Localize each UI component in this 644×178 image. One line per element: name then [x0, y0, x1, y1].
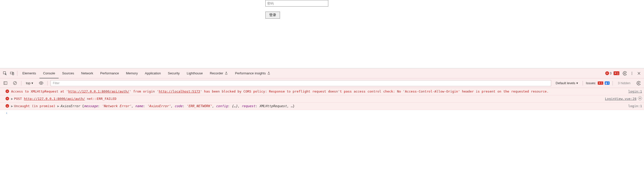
error-square-icon: ✕ 1	[614, 71, 619, 75]
console-settings-icon[interactable]	[635, 80, 642, 86]
divider	[613, 81, 613, 85]
svg-point-5	[632, 73, 632, 73]
device-toolbar-icon[interactable]	[9, 70, 16, 77]
console-error-row[interactable]: ✕ ▶POST http://127.0.0.1:8000/api/auth/ …	[0, 95, 644, 103]
error-count-badge[interactable]: ✕ 3	[605, 71, 612, 75]
console-toolbar: top ▾ Default levels ▾ Issues: ✕ 1 ▮ 4 3…	[0, 78, 644, 88]
tab-application[interactable]: Application	[141, 68, 165, 78]
svg-rect-7	[4, 82, 7, 84]
chevron-down-icon: ▾	[576, 81, 578, 85]
source-link[interactable]: login:1	[628, 104, 642, 109]
svg-point-3	[624, 73, 626, 74]
error-message-body: ▶POST http://127.0.0.1:8000/api/auth/ ne…	[6, 96, 602, 101]
levels-label: Default levels	[556, 81, 575, 85]
error-message-body: Access to XMLHttpRequest at 'http://127.…	[6, 89, 625, 94]
close-icon[interactable]	[635, 70, 642, 77]
flask-icon	[225, 72, 228, 75]
divider	[47, 81, 48, 85]
devtools-tabbar: Elements Console Sources Network Perform…	[0, 68, 644, 78]
context-value: top	[26, 81, 30, 85]
issues-label: Issues:	[586, 81, 596, 85]
error-message-body: ▶Uncaught (in promise) ▶AxiosError {mess…	[6, 104, 625, 109]
console-prompt[interactable]: ›	[0, 110, 644, 116]
log-levels-selector[interactable]: Default levels ▾	[554, 81, 580, 85]
flask-icon	[267, 72, 270, 75]
password-field[interactable]	[265, 0, 328, 7]
console-error-row[interactable]: ✕ ▶Uncaught (in promise) ▶AxiosError {me…	[0, 103, 644, 110]
source-link[interactable]: LoginView.vue:28	[605, 96, 636, 101]
live-expression-icon[interactable]	[38, 80, 44, 86]
issues-group[interactable]: Issues: ✕ 1 ▮ 4	[586, 81, 610, 85]
tab-lighthouse[interactable]: Lighthouse	[183, 68, 206, 78]
svg-line-10	[14, 82, 16, 84]
toggle-sidebar-icon[interactable]	[2, 80, 9, 86]
svg-point-11	[41, 82, 42, 84]
url-link[interactable]: http://127.0.0.1:8000/api/auth/	[68, 90, 129, 93]
devtools-panel: Elements Console Sources Network Perform…	[0, 68, 644, 116]
clear-console-icon[interactable]	[12, 80, 18, 86]
svg-point-12	[638, 82, 639, 84]
svg-point-6	[632, 74, 632, 75]
tab-recorder[interactable]: Recorder	[206, 68, 231, 78]
tab-perf-insights-label: Performance insights	[235, 71, 266, 75]
hidden-count[interactable]: 3 hidden	[618, 81, 630, 85]
tab-console[interactable]: Console	[39, 69, 59, 78]
console-error-row[interactable]: ✕ Access to XMLHttpRequest at 'http://12…	[0, 88, 644, 95]
tab-performance-insights[interactable]: Performance insights	[231, 68, 274, 78]
error-icon: ✕	[605, 71, 609, 75]
error-icon: ✕	[6, 90, 9, 93]
divider	[21, 81, 21, 85]
issues-info-badge: ▮ 4	[605, 81, 610, 85]
error-count: 3	[610, 71, 612, 75]
url-link[interactable]: http://localhost:5173	[159, 90, 200, 93]
tab-memory[interactable]: Memory	[123, 68, 141, 78]
login-button[interactable]: 登录	[265, 12, 280, 19]
issues-error-badge: ✕ 1	[598, 81, 603, 85]
console-messages: ✕ Access to XMLHttpRequest at 'http://12…	[0, 88, 644, 116]
tab-elements[interactable]: Elements	[19, 68, 39, 78]
more-icon[interactable]	[628, 70, 635, 77]
tab-recorder-label: Recorder	[210, 71, 223, 75]
chevron-down-icon: ▾	[31, 81, 33, 85]
context-selector[interactable]: top ▾	[24, 81, 35, 85]
expand-icon[interactable]: ▶	[11, 104, 13, 108]
tab-sources[interactable]: Sources	[59, 68, 78, 78]
webpage-viewport: 登录	[0, 0, 644, 68]
divider	[583, 81, 583, 85]
external-icon[interactable]: ⊕	[638, 96, 642, 100]
url-link[interactable]: http://127.0.0.1:8000/api/auth/	[24, 97, 85, 101]
filter-input[interactable]	[51, 80, 551, 86]
inspect-element-icon[interactable]	[2, 70, 9, 77]
svg-point-4	[632, 72, 632, 72]
tab-performance[interactable]: Performance	[97, 68, 122, 78]
expand-icon[interactable]: ▶	[11, 97, 13, 101]
login-form: 登录	[265, 0, 328, 19]
error-square-badge[interactable]: ✕ 1	[614, 71, 619, 75]
expand-icon[interactable]: ▶	[57, 104, 59, 108]
divider	[17, 71, 17, 76]
settings-icon[interactable]	[621, 70, 628, 77]
source-link[interactable]: login:1	[628, 89, 642, 94]
tab-network[interactable]: Network	[78, 68, 97, 78]
tab-security[interactable]: Security	[164, 68, 183, 78]
